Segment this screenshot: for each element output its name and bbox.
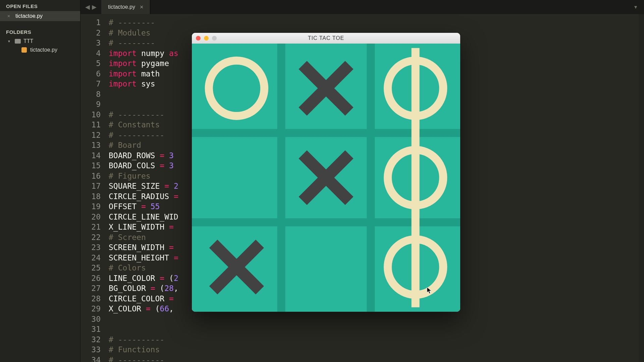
line-number: 4 [80, 48, 101, 59]
line-number: 29 [80, 304, 101, 314]
board-cell[interactable] [281, 44, 371, 133]
line-number: 26 [80, 273, 101, 284]
line-number: 27 [80, 283, 101, 294]
folder-label: TTT [23, 38, 33, 44]
line-number: 6 [80, 69, 101, 79]
line-number: 8 [80, 89, 101, 100]
code-line[interactable] [109, 314, 639, 324]
window-minimize-icon[interactable] [204, 36, 209, 41]
line-number: 30 [80, 314, 101, 324]
line-number: 17 [80, 181, 101, 191]
line-number: 21 [80, 222, 101, 232]
folder-icon [15, 39, 21, 44]
code-line[interactable]: # -------- [109, 17, 639, 28]
minimap[interactable] [639, 14, 644, 362]
line-number: 11 [80, 120, 101, 130]
python-file-icon [21, 47, 27, 53]
line-number: 15 [80, 161, 101, 171]
game-board[interactable] [192, 44, 460, 312]
line-number: 1 [80, 17, 101, 28]
open-file-close-icon[interactable]: × [7, 13, 12, 19]
tab-nav-next-icon[interactable]: ▶ [92, 3, 97, 11]
line-number: 2 [80, 28, 101, 38]
open-files-header: OPEN FILES [0, 0, 80, 11]
gutter: 1234567891011121314151617181920212223242… [80, 14, 105, 362]
line-number: 7 [80, 79, 101, 89]
line-number: 18 [80, 191, 101, 202]
tab-close-icon[interactable]: × [140, 4, 144, 11]
board-cell[interactable] [281, 133, 371, 223]
tab-overflow-menu-icon[interactable]: ▼ [627, 0, 644, 14]
tab-nav-prev-icon[interactable]: ◀ [85, 3, 90, 11]
window-close-icon[interactable] [196, 36, 201, 41]
board-cell[interactable] [192, 44, 281, 133]
line-number: 24 [80, 253, 101, 263]
tab-label: tictactoe.py [108, 4, 135, 10]
line-number: 31 [80, 324, 101, 335]
game-window-title: TIC TAC TOE [192, 35, 460, 41]
folders-header: FOLDERS [0, 26, 80, 37]
line-number: 10 [80, 110, 101, 120]
line-number: 19 [80, 201, 101, 212]
board-cell[interactable] [281, 222, 371, 312]
code-line[interactable]: # ---------- [109, 335, 639, 345]
line-number: 23 [80, 242, 101, 253]
folder-file-tictactoe[interactable]: tictactoe.py [0, 46, 80, 54]
folder-disclosure-icon[interactable]: ▾ [8, 39, 12, 44]
board-cell[interactable] [192, 222, 281, 312]
line-number: 13 [80, 140, 101, 150]
code-line[interactable]: # ---------- [109, 355, 639, 362]
game-window: TIC TAC TOE [192, 33, 460, 312]
line-number: 32 [80, 335, 101, 345]
line-number: 33 [80, 345, 101, 355]
tab-bar: ◀ ▶ tictactoe.py × ▼ [80, 0, 644, 14]
game-board-svg[interactable] [192, 44, 460, 312]
line-number: 34 [80, 355, 101, 362]
folder-ttt[interactable]: ▾ TTT [0, 37, 80, 46]
line-number: 3 [80, 38, 101, 48]
folder-file-label: tictactoe.py [30, 47, 57, 53]
open-file-label: tictactoe.py [15, 13, 43, 19]
line-number: 14 [80, 150, 101, 161]
tab-tictactoe[interactable]: tictactoe.py × [101, 0, 150, 14]
line-number: 16 [80, 171, 101, 181]
open-file-tictactoe[interactable]: × tictactoe.py [0, 11, 80, 21]
line-number: 20 [80, 212, 101, 222]
line-number: 25 [80, 263, 101, 273]
sidebar: OPEN FILES × tictactoe.py FOLDERS ▾ TTT … [0, 0, 80, 362]
game-window-titlebar[interactable]: TIC TAC TOE [192, 33, 460, 44]
line-number: 12 [80, 130, 101, 140]
line-number: 5 [80, 58, 101, 69]
line-number: 22 [80, 232, 101, 243]
code-line[interactable]: # Functions [109, 345, 639, 355]
line-number: 28 [80, 294, 101, 304]
board-cell[interactable] [192, 133, 281, 223]
line-number: 9 [80, 99, 101, 110]
traffic-lights [196, 36, 217, 41]
window-zoom-icon[interactable] [212, 36, 217, 41]
tab-nav-arrows: ◀ ▶ [80, 0, 101, 14]
code-line[interactable] [109, 324, 639, 335]
